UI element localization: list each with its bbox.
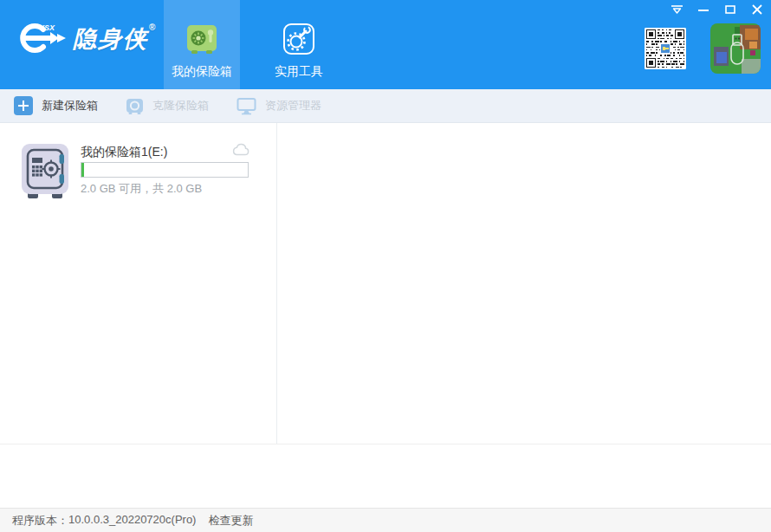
- version-label: 程序版本：: [12, 513, 68, 529]
- plus-icon: [14, 96, 33, 115]
- tab-utility-tools[interactable]: 实用工具: [261, 0, 337, 89]
- explorer-label: 资源管理器: [265, 98, 321, 114]
- safe-usage-fill: [81, 163, 84, 177]
- close-button[interactable]: [750, 3, 764, 16]
- tab-label: 实用工具: [275, 64, 323, 80]
- main-area: 我的保险箱1(E:) 2.0 GB 可用，共 2.0 GB: [0, 123, 771, 444]
- logo-ekey-icon: YSX: [16, 17, 68, 57]
- status-bar: 程序版本：10.0.0.3_20220720c(Pro) 检查更新: [0, 508, 771, 532]
- version-text: 程序版本：10.0.0.3_20220720c(Pro): [12, 513, 196, 529]
- safe-usage-text: 2.0 GB 可用，共 2.0 GB: [81, 181, 202, 197]
- safe-list-panel: 我的保险箱1(E:) 2.0 GB 可用，共 2.0 GB: [0, 123, 277, 444]
- qr-code: [645, 28, 686, 69]
- skin-menu-icon: [671, 3, 684, 16]
- bottom-spacer: [0, 444, 771, 508]
- header: YSX 隐身侠® 我的保险箱: [0, 0, 771, 89]
- safe-icon: [185, 22, 219, 56]
- version-value: 10.0.0.3_20220720c(Pro): [68, 513, 196, 529]
- window-controls: [670, 3, 764, 16]
- toolbar: 新建保险箱 克隆保险箱 资源管理器: [0, 89, 771, 123]
- maximize-icon: [724, 3, 736, 16]
- clone-safe-button[interactable]: 克隆保险箱: [126, 97, 209, 115]
- new-safe-button[interactable]: 新建保险箱: [14, 96, 98, 115]
- logo-mark-text: YSX: [39, 23, 55, 32]
- cloud-sync-button[interactable]: [232, 143, 249, 159]
- content-pane: [277, 123, 771, 444]
- usb-promo-banner[interactable]: [710, 23, 761, 74]
- logo-text: 隐身侠®: [73, 23, 156, 55]
- tools-icon: [282, 22, 316, 56]
- clone-safe-label: 克隆保险箱: [152, 98, 209, 114]
- app-logo: YSX 隐身侠®: [16, 17, 156, 57]
- safe-list-item[interactable]: 我的保险箱1(E:) 2.0 GB 可用，共 2.0 GB: [0, 123, 277, 218]
- close-icon: [751, 3, 763, 16]
- explorer-button[interactable]: 资源管理器: [236, 97, 321, 115]
- safe-usage-bar: [81, 162, 249, 178]
- explorer-icon: [236, 97, 256, 115]
- tab-my-safes[interactable]: 我的保险箱: [164, 0, 240, 89]
- minimize-icon: [697, 3, 709, 16]
- skin-menu-button[interactable]: [670, 3, 684, 16]
- main-tabs: 我的保险箱 实用工具: [164, 0, 337, 89]
- check-update-link[interactable]: 检查更新: [208, 513, 253, 529]
- registered-mark: ®: [149, 23, 157, 32]
- usb-promo-image: [710, 23, 761, 74]
- vault-icon: [17, 141, 73, 202]
- minimize-button[interactable]: [696, 3, 710, 16]
- safe-name: 我的保险箱1(E:): [81, 145, 167, 160]
- cloud-icon: [232, 143, 249, 156]
- tab-label: 我的保险箱: [172, 64, 232, 80]
- new-safe-label: 新建保险箱: [42, 98, 98, 114]
- clone-safe-icon: [126, 97, 144, 115]
- qr-code-image: [645, 28, 686, 69]
- maximize-button[interactable]: [723, 3, 737, 16]
